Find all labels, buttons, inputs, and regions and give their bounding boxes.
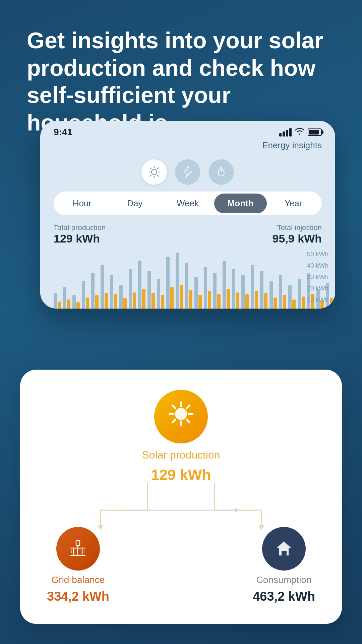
svg-line-17 — [172, 420, 175, 423]
bar-group — [54, 293, 61, 309]
flow-svg — [47, 483, 315, 537]
bar-group — [101, 265, 108, 309]
electricity-tab-button[interactable] — [175, 159, 200, 185]
bar-group — [185, 263, 192, 309]
svg-marker-19 — [259, 525, 264, 530]
bar-group — [110, 275, 117, 309]
bar-injection — [330, 298, 333, 309]
tab-week[interactable]: Week — [161, 194, 214, 213]
tab-day[interactable]: Day — [109, 194, 162, 213]
total-production-value: 129 kWh — [54, 232, 106, 245]
bar-injection — [105, 293, 108, 309]
tab-hour[interactable]: Hour — [56, 194, 109, 213]
consumption-node: Consumption 463,2 kWh — [253, 527, 315, 604]
svg-line-6 — [157, 175, 159, 176]
svg-line-8 — [150, 175, 151, 176]
bar-group — [223, 261, 230, 309]
bar-injection — [264, 293, 267, 309]
grid-value: 334,2 kWh — [47, 589, 109, 604]
bar-production — [119, 285, 123, 309]
bar-production — [298, 279, 301, 309]
bar-injection — [292, 300, 296, 309]
flow-lines-area — [47, 483, 315, 537]
bar-group — [194, 277, 202, 309]
bar-injection — [123, 298, 127, 309]
bar-group — [91, 273, 99, 309]
bar-group — [82, 281, 89, 309]
battery-icon — [308, 128, 322, 136]
bar-injection — [152, 293, 155, 309]
bar-production — [251, 265, 254, 309]
total-injection-stat: Total injection 95,9 kWh — [273, 223, 322, 245]
energy-type-tabs — [40, 156, 335, 192]
total-production-stat: Total production 129 kWh — [54, 223, 106, 245]
solar-node: Solar production 129 kWh — [142, 390, 220, 483]
bar-injection — [208, 291, 211, 309]
bar-injection — [245, 294, 249, 309]
bar-group — [63, 287, 70, 309]
tab-month[interactable]: Month — [214, 194, 267, 213]
phone-mockup: 9:41 Energy insights — [40, 121, 335, 309]
bar-production — [129, 269, 132, 309]
bar-group — [129, 269, 136, 309]
bar-production — [194, 277, 198, 309]
bar-production — [91, 273, 95, 309]
bar-injection — [227, 289, 230, 309]
bar-production — [166, 257, 170, 309]
bottom-nodes-row: Grid balance 334,2 kWh Consumption 463,2… — [47, 527, 315, 604]
time-range-tabs: Hour Day Week Month Year — [54, 192, 322, 215]
bar-injection — [67, 300, 70, 309]
total-production-label: Total production — [54, 223, 106, 232]
solar-icon — [168, 400, 194, 433]
bar-group — [176, 253, 183, 309]
bar-injection — [58, 302, 61, 309]
bar-injection — [217, 294, 221, 309]
bar-group — [147, 271, 155, 309]
solar-tab-button[interactable] — [141, 159, 167, 185]
svg-line-5 — [150, 168, 151, 169]
status-time: 9:41 — [54, 127, 72, 138]
bar-group — [251, 265, 258, 309]
svg-point-0 — [152, 169, 157, 175]
bar-production — [213, 273, 217, 309]
total-injection-label: Total injection — [273, 223, 322, 232]
chart-bars — [54, 249, 322, 309]
svg-point-9 — [175, 408, 187, 420]
bar-injection — [283, 295, 286, 309]
bar-production — [101, 265, 104, 309]
bar-production — [241, 275, 245, 309]
bar-group — [279, 275, 286, 309]
bar-group — [166, 257, 174, 309]
consumption-label: Consumption — [256, 575, 312, 585]
bar-group — [241, 275, 249, 309]
bar-injection — [255, 291, 258, 309]
flow-card: Solar production 129 kWh — [20, 370, 342, 624]
svg-marker-20 — [235, 507, 240, 513]
bar-production — [82, 281, 85, 309]
bar-group — [72, 295, 80, 309]
svg-marker-18 — [98, 525, 103, 530]
bar-injection — [133, 292, 136, 309]
solar-value: 129 kWh — [151, 467, 211, 483]
bar-injection — [189, 290, 192, 309]
bar-group — [157, 279, 164, 309]
bar-injection — [236, 292, 239, 309]
bar-production — [269, 281, 273, 309]
bar-production — [147, 271, 151, 309]
bar-injection — [76, 302, 80, 309]
bar-production — [204, 267, 207, 309]
bar-production — [176, 253, 179, 309]
status-icons — [279, 127, 322, 137]
gas-tab-button[interactable] — [208, 159, 234, 185]
bar-production — [185, 263, 188, 309]
bar-group — [138, 261, 145, 309]
tab-year[interactable]: Year — [267, 194, 320, 213]
bar-production — [138, 261, 141, 309]
bar-group — [119, 285, 127, 309]
status-bar: 9:41 — [40, 121, 335, 140]
svg-line-7 — [157, 168, 159, 169]
bar-injection — [170, 287, 174, 309]
bar-production — [223, 261, 226, 309]
energy-chart: 0 kWh 10 kWh 20 kWh 30 kWh 40 kWh 50 kWh — [40, 249, 335, 309]
bar-group — [288, 285, 296, 309]
